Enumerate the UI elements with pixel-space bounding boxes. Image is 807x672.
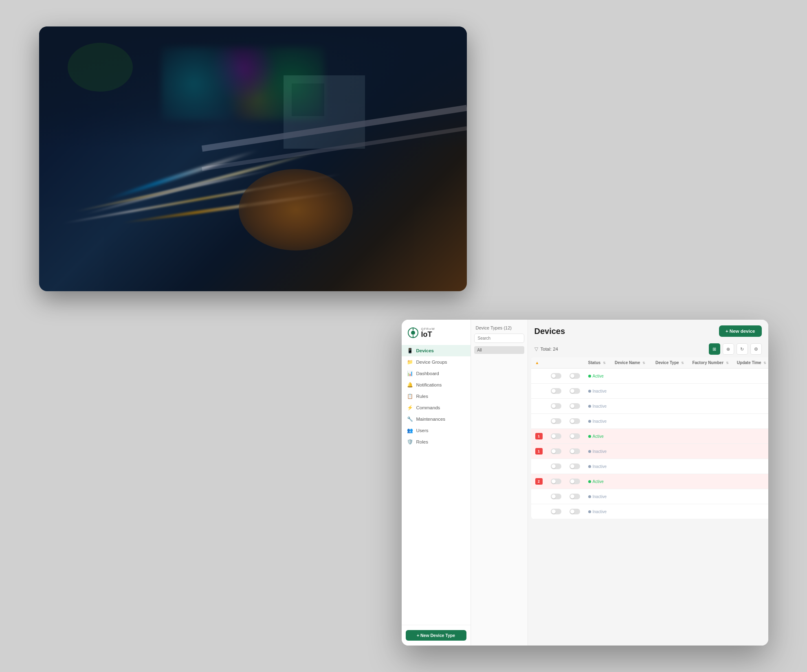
list-item[interactable] xyxy=(473,376,526,386)
status-text: Inactive xyxy=(593,449,607,454)
cell-toggle2[interactable] xyxy=(565,399,584,414)
toggle-switch[interactable] xyxy=(551,479,561,484)
toggle-switch[interactable] xyxy=(551,388,561,394)
list-item[interactable] xyxy=(473,406,526,415)
status-text: Inactive xyxy=(593,389,607,393)
col-header-device-name[interactable]: Device Name ⇅ xyxy=(611,357,651,369)
cell-toggle2[interactable] xyxy=(565,504,584,519)
sidebar-item-users[interactable]: 👥 Users xyxy=(402,425,471,436)
col-header-status[interactable]: Status ⇅ xyxy=(584,357,611,369)
cell-toggle1[interactable] xyxy=(547,399,565,414)
table-row: Inactive Only coordinates ⋮ xyxy=(531,399,768,414)
cell-device-name xyxy=(611,459,651,474)
cell-toggle1[interactable] xyxy=(547,459,565,474)
cell-toggle2[interactable] xyxy=(565,414,584,429)
toggle-switch[interactable] xyxy=(551,494,561,499)
cell-toggle1[interactable] xyxy=(547,504,565,519)
sidebar-item-maintenances[interactable]: 🔧 Maintenances xyxy=(402,413,471,425)
list-item[interactable] xyxy=(473,357,526,366)
cell-toggle1[interactable] xyxy=(547,474,565,489)
cell-toggle2[interactable] xyxy=(565,384,584,399)
cell-toggle1[interactable] xyxy=(547,384,565,399)
cell-toggle2[interactable] xyxy=(565,489,584,504)
total-count: ▽ Total: 24 xyxy=(534,346,558,352)
app-window: QFRoW IoT 📱 Devices 📁 Device Groups 📊 Da… xyxy=(402,320,768,646)
sidebar-item-roles[interactable]: 🛡️ Roles xyxy=(402,436,471,448)
toggle-switch[interactable] xyxy=(570,509,580,514)
status-dot xyxy=(588,465,591,468)
col-header-update-time[interactable]: Update Time ⇅ xyxy=(733,357,768,369)
sidebar-item-label-dashboard: Dashboard xyxy=(416,371,439,376)
logo-icon xyxy=(407,327,419,338)
cell-toggle1[interactable] xyxy=(547,369,565,384)
toggle-switch[interactable] xyxy=(570,388,580,394)
cell-status: Inactive xyxy=(584,504,611,519)
toggle-switch[interactable] xyxy=(551,433,561,439)
toggle-switch[interactable] xyxy=(551,448,561,454)
toggle-switch[interactable] xyxy=(570,448,580,454)
sidebar-item-rules[interactable]: 📋 Rules xyxy=(402,391,471,402)
cell-toggle2[interactable] xyxy=(565,369,584,384)
logo: QFRoW IoT xyxy=(402,320,471,343)
cell-toggle2[interactable] xyxy=(565,474,584,489)
map-view-button[interactable]: ⊕ xyxy=(723,343,734,355)
list-item[interactable] xyxy=(473,396,526,405)
cell-device-name xyxy=(611,504,651,519)
cell-toggle1[interactable] xyxy=(547,489,565,504)
col-header-device-type[interactable]: Device Type ⇅ xyxy=(651,357,688,369)
refresh-button[interactable]: ↻ xyxy=(737,343,748,355)
new-device-button[interactable]: + New device xyxy=(719,325,762,337)
sidebar-item-notifications[interactable]: 🔔 Notifications xyxy=(402,379,471,391)
toggle-switch[interactable] xyxy=(551,373,561,379)
cell-alert: 1 xyxy=(531,444,547,459)
cell-toggle1[interactable] xyxy=(547,429,565,444)
col-header-factory-number[interactable]: Factory Number ⇅ xyxy=(688,357,732,369)
table-row: Active Only coordinates ⋮ xyxy=(531,369,768,384)
sidebar-item-commands[interactable]: ⚡ Commands xyxy=(402,402,471,413)
list-item[interactable] xyxy=(473,386,526,395)
cell-device-name xyxy=(611,414,651,429)
cell-status: Inactive xyxy=(584,444,611,459)
new-device-type-button[interactable]: + New Device Type xyxy=(406,630,466,641)
toggle-switch[interactable] xyxy=(551,403,561,409)
cell-device-type xyxy=(651,489,688,504)
cell-toggle2[interactable] xyxy=(565,444,584,459)
cell-alert: 1 xyxy=(531,429,547,444)
sidebar-item-devices[interactable]: 📱 Devices xyxy=(402,345,471,356)
cell-update-time xyxy=(733,504,768,519)
cell-toggle2[interactable] xyxy=(565,429,584,444)
status-dot xyxy=(588,480,591,483)
toggle-switch[interactable] xyxy=(570,463,580,469)
toggle-switch[interactable] xyxy=(570,418,580,424)
sidebar-item-device-groups[interactable]: 📁 Device Groups xyxy=(402,356,471,368)
cell-toggle2[interactable] xyxy=(565,459,584,474)
cell-status: Active xyxy=(584,474,611,489)
dashboard-icon: 📊 xyxy=(407,371,413,376)
toggle-switch[interactable] xyxy=(570,479,580,484)
cell-device-name xyxy=(611,489,651,504)
sidebar-item-label-rules: Rules xyxy=(416,394,428,399)
toggle-switch[interactable] xyxy=(551,418,561,424)
cell-status: Inactive xyxy=(584,414,611,429)
cell-device-type xyxy=(651,414,688,429)
status-text: Inactive xyxy=(593,419,607,424)
device-types-search[interactable] xyxy=(474,334,524,343)
status-text: Inactive xyxy=(593,464,607,469)
settings-button[interactable]: ⚙ xyxy=(750,343,762,355)
toggle-switch[interactable] xyxy=(570,403,580,409)
grid-view-button[interactable]: ⊞ xyxy=(709,343,720,355)
toggle-switch[interactable] xyxy=(551,463,561,469)
rules-icon: 📋 xyxy=(407,393,413,399)
cell-device-type xyxy=(651,384,688,399)
toggle-switch[interactable] xyxy=(570,373,580,379)
cell-device-type xyxy=(651,399,688,414)
list-item[interactable] xyxy=(473,367,526,376)
sidebar-item-label-devices: Devices xyxy=(416,348,434,353)
sidebar-item-dashboard[interactable]: 📊 Dashboard xyxy=(402,368,471,379)
toggle-switch[interactable] xyxy=(570,433,580,439)
device-types-filter-all[interactable]: All xyxy=(474,346,524,354)
toggle-switch[interactable] xyxy=(570,494,580,499)
toggle-switch[interactable] xyxy=(551,509,561,514)
cell-toggle1[interactable] xyxy=(547,414,565,429)
cell-toggle1[interactable] xyxy=(547,444,565,459)
